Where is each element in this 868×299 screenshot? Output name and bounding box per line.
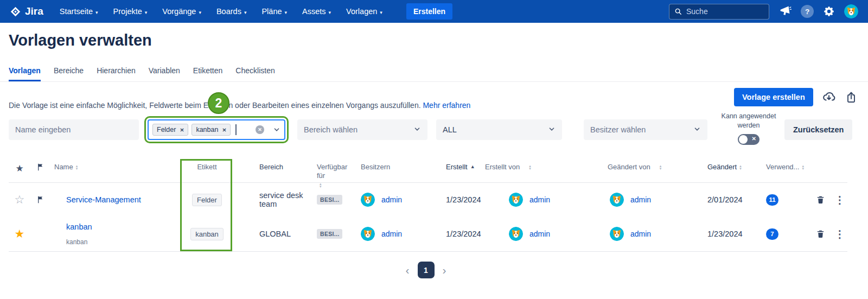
created-by-link[interactable]: admin bbox=[529, 230, 550, 238]
chevron-down-icon bbox=[693, 125, 701, 135]
flag-icon[interactable] bbox=[36, 195, 44, 204]
header-name[interactable]: Name bbox=[50, 163, 181, 171]
header-erstellt-von[interactable]: Erstellt von bbox=[485, 163, 608, 171]
chevron-down-icon bbox=[413, 125, 421, 135]
dog-avatar-icon bbox=[610, 193, 624, 207]
can-apply-toggle[interactable] bbox=[738, 134, 760, 145]
modified-date: 2/01/2024 bbox=[705, 195, 760, 204]
type-filter-select[interactable]: ALL bbox=[436, 119, 562, 140]
announcements-button[interactable] bbox=[778, 5, 792, 18]
sort-icon bbox=[529, 164, 531, 170]
global-create-button[interactable]: Erstellen bbox=[406, 3, 452, 20]
owner-link[interactable]: admin bbox=[381, 195, 402, 204]
created-by-avatar[interactable] bbox=[509, 227, 523, 241]
row-actions-menu[interactable] bbox=[835, 228, 845, 240]
next-page-icon[interactable] bbox=[443, 264, 446, 276]
megaphone-icon bbox=[778, 5, 792, 18]
created-by-link[interactable]: admin bbox=[529, 195, 550, 204]
tab-bereiche[interactable]: Bereiche bbox=[54, 66, 84, 81]
nav-item-assets[interactable]: Assets bbox=[302, 7, 331, 16]
header-verwendungen[interactable]: Verwend... bbox=[760, 163, 808, 171]
tab-vorlagen[interactable]: Vorlagen bbox=[9, 66, 41, 81]
created-by-avatar[interactable] bbox=[509, 193, 523, 207]
nav-item-startseite[interactable]: Startseite bbox=[60, 7, 98, 16]
tab-variablen[interactable]: Variablen bbox=[149, 66, 180, 81]
clear-selection-icon[interactable] bbox=[256, 125, 264, 134]
dog-avatar-icon bbox=[844, 4, 858, 18]
owner-avatar[interactable] bbox=[361, 193, 375, 207]
user-avatar[interactable] bbox=[844, 4, 858, 18]
remove-chip-icon[interactable] bbox=[222, 127, 226, 133]
chevron-down-icon[interactable] bbox=[273, 126, 280, 133]
templates-table: Name Etikett Bereich Verfügbar für Besit… bbox=[9, 159, 847, 252]
sort-ascending-icon bbox=[470, 164, 475, 170]
trash-icon bbox=[816, 195, 825, 205]
modified-by-avatar[interactable] bbox=[610, 227, 624, 241]
flag-column-icon[interactable] bbox=[36, 163, 44, 171]
header-erstellt[interactable]: Erstellt bbox=[439, 163, 485, 171]
toggle-knob bbox=[739, 135, 748, 144]
tab-checklisten[interactable]: Checklisten bbox=[235, 66, 275, 81]
template-subtitle: kanban bbox=[66, 238, 87, 246]
available-for-badge: BESI... bbox=[317, 195, 342, 205]
tab-hierarchien[interactable]: Hierarchien bbox=[97, 66, 136, 81]
dog-avatar-icon bbox=[361, 193, 375, 207]
current-page-button[interactable]: 1 bbox=[418, 262, 435, 278]
pagination: 1 bbox=[0, 262, 852, 278]
label-filter-multiselect[interactable]: Felder kanban bbox=[148, 119, 285, 140]
star-toggle-icon[interactable] bbox=[15, 227, 25, 240]
modified-by-link[interactable]: admin bbox=[630, 230, 651, 238]
remove-chip-icon[interactable] bbox=[180, 127, 184, 133]
header-besitzern[interactable]: Besitzern bbox=[352, 163, 439, 171]
export-button[interactable] bbox=[845, 91, 858, 104]
owner-avatar[interactable] bbox=[361, 227, 375, 241]
star-toggle-icon[interactable] bbox=[15, 193, 25, 206]
jira-logo[interactable]: Jira bbox=[10, 5, 43, 17]
filter-chip-felder: Felder bbox=[152, 124, 188, 136]
nav-item-vorlagen[interactable]: Vorlagen bbox=[346, 7, 382, 16]
tab-divider bbox=[0, 81, 868, 82]
global-search-input[interactable]: Suche bbox=[669, 4, 769, 20]
modified-by-link[interactable]: admin bbox=[630, 195, 651, 204]
create-template-button[interactable]: Vorlage erstellen bbox=[734, 88, 813, 106]
delete-button[interactable] bbox=[816, 229, 825, 239]
owner-link[interactable]: admin bbox=[381, 230, 402, 238]
template-name-link[interactable]: kanban bbox=[66, 222, 92, 231]
prev-page-icon[interactable] bbox=[406, 264, 410, 276]
delete-button[interactable] bbox=[816, 195, 825, 205]
modified-by-avatar[interactable] bbox=[610, 193, 624, 207]
filter-chip-kanban: kanban bbox=[192, 124, 231, 136]
import-button[interactable] bbox=[821, 90, 837, 104]
help-button[interactable]: ? bbox=[801, 5, 814, 18]
row-actions-menu[interactable] bbox=[835, 194, 845, 206]
annotation-step-badge: 2 bbox=[208, 92, 229, 114]
header-verfuegbar-fuer[interactable]: Verfügbar für bbox=[314, 163, 352, 188]
owner-filter-select[interactable]: Besitzer wählen bbox=[584, 119, 707, 140]
header-etikett[interactable]: Etikett bbox=[181, 163, 233, 171]
learn-more-link[interactable]: Mehr erfahren bbox=[423, 101, 470, 110]
nav-item-plaene[interactable]: Pläne bbox=[261, 7, 287, 16]
nav-item-projekte[interactable]: Projekte bbox=[113, 7, 148, 16]
chevron-down-icon bbox=[285, 7, 288, 16]
chevron-down-icon bbox=[95, 7, 98, 16]
header-bereich[interactable]: Bereich bbox=[233, 163, 314, 171]
header-geaendert[interactable]: Geändert bbox=[705, 163, 760, 171]
tab-etiketten[interactable]: Etiketten bbox=[193, 66, 222, 81]
name-filter-input[interactable]: Name eingeben bbox=[9, 119, 139, 140]
usage-count-badge: 7 bbox=[766, 228, 778, 240]
chevron-down-icon bbox=[380, 7, 382, 16]
nav-item-vorgaenge[interactable]: Vorgänge bbox=[162, 7, 201, 16]
jira-logo-icon bbox=[10, 6, 21, 17]
dog-avatar-icon bbox=[509, 193, 523, 207]
chevron-down-icon bbox=[548, 125, 556, 135]
scope-filter-select[interactable]: Bereich wählen bbox=[297, 119, 427, 140]
tab-bar: Vorlagen Bereiche Hierarchien Variablen … bbox=[9, 66, 275, 81]
settings-button[interactable] bbox=[823, 5, 835, 17]
dog-avatar-icon bbox=[610, 227, 624, 241]
nav-item-boards[interactable]: Boards bbox=[216, 7, 246, 16]
star-column-icon[interactable] bbox=[15, 163, 23, 174]
template-name-link[interactable]: Service-Management bbox=[66, 195, 141, 204]
reset-filters-button[interactable]: Zurücksetzen bbox=[784, 119, 852, 140]
table-row-service-management: Service-Management Felder service desk t… bbox=[9, 183, 847, 217]
header-geaendert-von[interactable]: Geändert von bbox=[608, 163, 705, 171]
